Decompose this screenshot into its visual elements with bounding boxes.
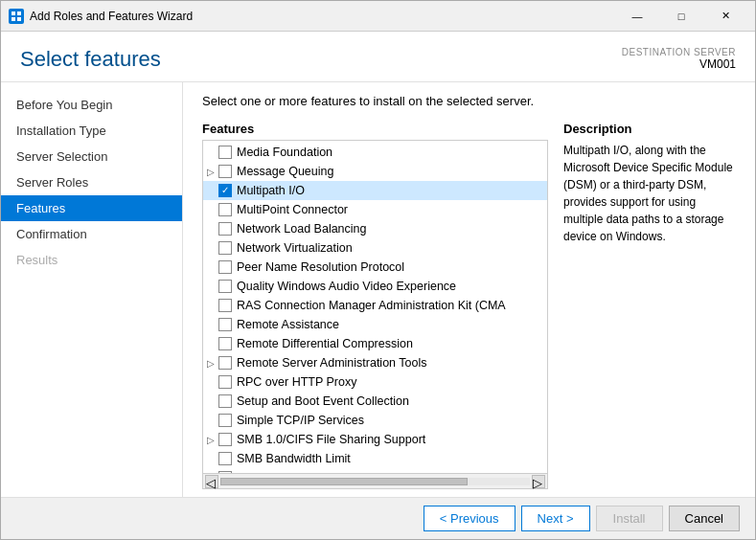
maximize-button[interactable]: □ bbox=[659, 1, 703, 32]
feature-checkbox[interactable] bbox=[218, 337, 232, 350]
feature-checkbox[interactable] bbox=[218, 452, 232, 465]
server-name: VM001 bbox=[622, 57, 736, 71]
list-item[interactable]: RAS Connection Manager Administration Ki… bbox=[203, 296, 547, 315]
feature-checkbox[interactable] bbox=[218, 203, 232, 216]
feature-label: SMB 1.0/CIFS File Sharing Support bbox=[237, 433, 425, 446]
minimize-button[interactable]: — bbox=[615, 1, 659, 32]
list-item[interactable]: ▷ Message Queuing bbox=[203, 162, 547, 181]
install-button: Install bbox=[596, 506, 663, 531]
feature-checkbox[interactable] bbox=[218, 280, 232, 293]
feature-label: Media Foundation bbox=[237, 146, 332, 159]
list-item[interactable]: Simple TCP/IP Services bbox=[203, 411, 547, 430]
expander-icon bbox=[203, 259, 218, 275]
feature-label: Network Load Balancing bbox=[237, 222, 367, 236]
expander-icon bbox=[203, 451, 218, 466]
features-panel-title: Features bbox=[202, 122, 548, 136]
feature-checkbox[interactable] bbox=[218, 414, 232, 427]
expander-icon bbox=[203, 240, 218, 256]
features-panel: Features Media Foundation ▷ bbox=[202, 122, 548, 489]
feature-label: Message Queuing bbox=[237, 165, 333, 178]
destination-server-info: DESTINATION SERVER VM001 bbox=[622, 47, 736, 71]
app-icon bbox=[9, 9, 24, 24]
scroll-left-btn[interactable]: ◁ bbox=[205, 475, 218, 488]
sidebar: Before You Begin Installation Type Serve… bbox=[1, 82, 183, 497]
cancel-button[interactable]: Cancel bbox=[669, 506, 740, 531]
features-list-container: Media Foundation ▷ Message Queuing bbox=[202, 140, 548, 474]
svg-rect-0 bbox=[11, 11, 15, 15]
svg-rect-2 bbox=[11, 17, 15, 21]
expander-icon[interactable]: ▷ bbox=[203, 355, 218, 371]
feature-label: SMB Bandwidth Limit bbox=[237, 452, 351, 465]
list-item[interactable]: SMTP Server bbox=[203, 468, 547, 473]
previous-button[interactable]: < Previous bbox=[424, 506, 515, 531]
feature-label: Quality Windows Audio Video Experience bbox=[237, 280, 456, 293]
feature-label: RPC over HTTP Proxy bbox=[237, 375, 357, 389]
expander-icon bbox=[203, 279, 218, 294]
feature-checkbox[interactable] bbox=[218, 394, 232, 408]
scrollbar-thumb[interactable] bbox=[220, 478, 468, 485]
list-item[interactable]: Remote Differential Compression bbox=[203, 334, 547, 353]
feature-checkbox[interactable] bbox=[218, 471, 232, 473]
expander-icon[interactable]: ▷ bbox=[203, 432, 218, 447]
description-text: Multipath I/O, along with the Microsoft … bbox=[563, 142, 736, 245]
list-item[interactable]: Multipath I/O bbox=[203, 181, 547, 200]
list-item[interactable]: Media Foundation bbox=[203, 143, 547, 162]
feature-label: Peer Name Resolution Protocol bbox=[237, 260, 404, 274]
list-item[interactable]: Peer Name Resolution Protocol bbox=[203, 258, 547, 277]
feature-checkbox[interactable] bbox=[218, 318, 232, 331]
expander-icon bbox=[203, 336, 218, 351]
feature-label: Setup and Boot Event Collection bbox=[237, 394, 409, 408]
feature-label: Remote Differential Compression bbox=[237, 337, 413, 350]
page-title: Select features bbox=[20, 47, 161, 72]
list-item[interactable]: Quality Windows Audio Video Experience bbox=[203, 277, 547, 296]
list-item[interactable]: MultiPoint Connector bbox=[203, 200, 547, 219]
list-item[interactable]: RPC over HTTP Proxy bbox=[203, 372, 547, 392]
expander-icon bbox=[203, 221, 218, 236]
sidebar-item-installation-type[interactable]: Installation Type bbox=[1, 118, 182, 144]
expander-icon bbox=[203, 394, 218, 409]
list-item[interactable]: Network Virtualization bbox=[203, 238, 547, 258]
sidebar-item-features[interactable]: Features bbox=[1, 195, 182, 221]
list-item[interactable]: ▷ Remote Server Administration Tools bbox=[203, 353, 547, 372]
feature-checkbox[interactable] bbox=[218, 375, 232, 389]
expander-icon[interactable]: ▷ bbox=[203, 164, 218, 179]
sidebar-item-server-roles[interactable]: Server Roles bbox=[1, 169, 182, 195]
main-window: Add Roles and Features Wizard — □ ✕ Sele… bbox=[0, 0, 756, 540]
feature-checkbox[interactable] bbox=[218, 241, 232, 255]
feature-checkbox[interactable] bbox=[218, 433, 232, 446]
destination-label: DESTINATION SERVER bbox=[622, 47, 736, 57]
titlebar: Add Roles and Features Wizard — □ ✕ bbox=[1, 1, 755, 32]
features-list: Media Foundation ▷ Message Queuing bbox=[203, 141, 547, 473]
sidebar-item-before-you-begin[interactable]: Before You Begin bbox=[1, 92, 182, 118]
window-controls: — □ ✕ bbox=[615, 1, 747, 32]
list-item[interactable]: Setup and Boot Event Collection bbox=[203, 392, 547, 411]
sidebar-item-results: Results bbox=[1, 247, 182, 273]
list-item[interactable]: SMB Bandwidth Limit bbox=[203, 449, 547, 468]
feature-checkbox[interactable] bbox=[218, 356, 232, 370]
expander-icon bbox=[203, 298, 218, 313]
page-description: Select one or more features to install o… bbox=[202, 94, 736, 108]
description-panel: Description Multipath I/O, along with th… bbox=[563, 122, 736, 489]
expander-icon bbox=[203, 374, 218, 390]
list-item[interactable]: Network Load Balancing bbox=[203, 219, 547, 238]
sidebar-item-server-selection[interactable]: Server Selection bbox=[1, 144, 182, 169]
scroll-right-btn[interactable]: ▷ bbox=[532, 475, 545, 488]
feature-checkbox[interactable] bbox=[218, 184, 232, 197]
feature-checkbox[interactable] bbox=[218, 146, 232, 159]
main-body: Before You Begin Installation Type Serve… bbox=[1, 82, 755, 497]
footer: < Previous Next > Install Cancel bbox=[1, 497, 755, 539]
horizontal-scrollbar[interactable]: ◁ ▷ bbox=[202, 474, 548, 489]
close-button[interactable]: ✕ bbox=[703, 1, 747, 32]
feature-checkbox[interactable] bbox=[218, 260, 232, 274]
expander-icon bbox=[203, 183, 218, 198]
feature-checkbox[interactable] bbox=[218, 299, 232, 312]
feature-label: Remote Server Administration Tools bbox=[237, 356, 426, 370]
list-item[interactable]: Remote Assistance bbox=[203, 315, 547, 334]
feature-checkbox[interactable] bbox=[218, 222, 232, 236]
description-title: Description bbox=[563, 122, 736, 136]
list-item[interactable]: ▷ SMB 1.0/CIFS File Sharing Support bbox=[203, 430, 547, 449]
feature-checkbox[interactable] bbox=[218, 165, 232, 178]
feature-label: Network Virtualization bbox=[237, 241, 353, 255]
next-button[interactable]: Next > bbox=[521, 506, 590, 531]
sidebar-item-confirmation[interactable]: Confirmation bbox=[1, 221, 182, 247]
